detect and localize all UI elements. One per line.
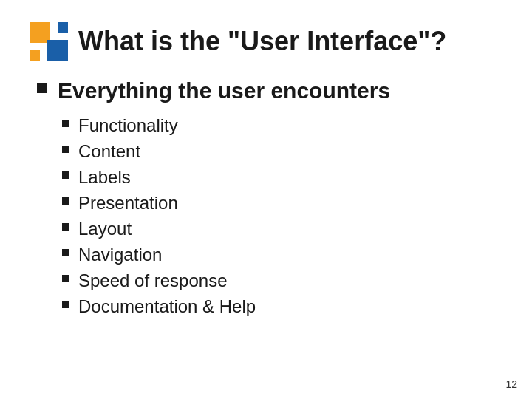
- sub-item-text-2: Labels: [78, 167, 131, 188]
- sub-list-item: Labels: [62, 167, 502, 188]
- sub-list: FunctionalityContentLabelsPresentationLa…: [62, 115, 502, 317]
- sub-list-item: Layout: [62, 219, 502, 239]
- logo-icon: [30, 22, 68, 61]
- header: What is the "User Interface"?: [30, 15, 502, 61]
- sub-bullet-square: [62, 120, 69, 127]
- main-bullet-square: [37, 83, 47, 93]
- sub-item-text-4: Layout: [78, 219, 132, 239]
- sub-item-text-0: Functionality: [78, 115, 178, 136]
- sub-list-item: Presentation: [62, 193, 502, 214]
- sub-list-item: Speed of response: [62, 270, 502, 291]
- slide-title: What is the "User Interface"?: [78, 26, 446, 57]
- sub-list-item: Content: [62, 141, 502, 162]
- sub-item-text-7: Documentation & Help: [78, 296, 256, 317]
- slide: What is the "User Interface"? Everything…: [0, 0, 532, 399]
- sub-list-item: Navigation: [62, 245, 502, 265]
- sub-list-item: Functionality: [62, 115, 502, 136]
- main-bullet-item: Everything the user encounters: [37, 78, 502, 103]
- sub-bullet-square: [62, 223, 69, 231]
- page-number: 12: [505, 378, 517, 390]
- sub-bullet-square: [62, 249, 69, 256]
- sub-bullet-square: [62, 146, 69, 153]
- main-bullet-text: Everything the user encounters: [58, 78, 390, 103]
- sub-item-text-6: Speed of response: [78, 270, 227, 291]
- sub-bullet-square: [62, 197, 69, 205]
- sub-bullet-square: [62, 171, 69, 179]
- sub-list-item: Documentation & Help: [62, 296, 502, 317]
- sub-item-text-3: Presentation: [78, 193, 178, 214]
- sub-item-text-1: Content: [78, 141, 140, 162]
- sub-item-text-5: Navigation: [78, 245, 162, 265]
- sub-bullet-square: [62, 301, 69, 308]
- sub-bullet-square: [62, 275, 69, 282]
